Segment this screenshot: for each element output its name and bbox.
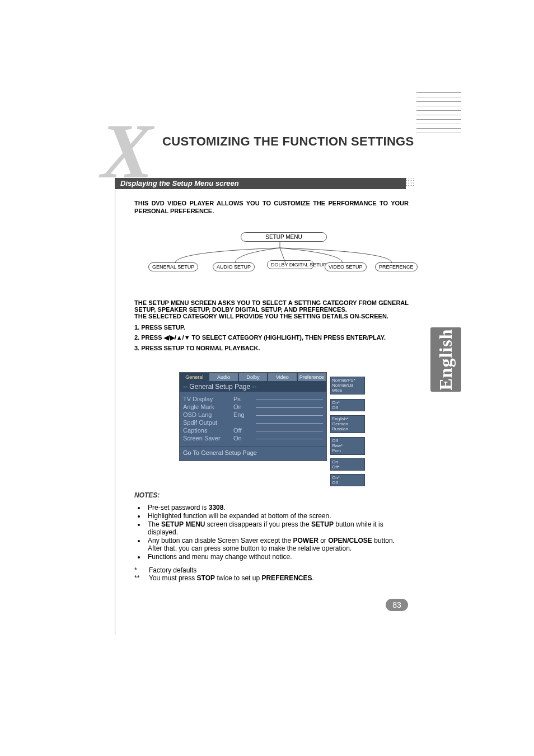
page: X CUSTOMIZING THE FUNCTION SETTINGS Disp… bbox=[0, 0, 534, 756]
instruction-step: 1. PRESS SETUP. bbox=[134, 324, 409, 331]
setup-row: CaptionsOff bbox=[183, 426, 323, 434]
setup-rows: TV DisplayPs Angle MarkOn OSD LangEng Sp… bbox=[180, 392, 326, 443]
option-box: On*Off bbox=[330, 399, 365, 411]
tab-preference: Preference bbox=[297, 373, 326, 382]
footnote-definitions: *Factory defaults **You must press STOP … bbox=[134, 566, 409, 582]
tab-general: General bbox=[180, 373, 209, 382]
connector-line-icon bbox=[256, 415, 323, 416]
option-box: OffRaw*Pcm bbox=[330, 437, 365, 455]
notes-item: The SETUP MENU screen disappears if you … bbox=[146, 520, 409, 536]
option-box: Normal/PS*Normal/LBWide bbox=[330, 377, 365, 395]
footnote: *Factory defaults bbox=[134, 566, 409, 574]
setup-menu-tabs: General Audio Dolby Video Preference bbox=[180, 373, 326, 382]
section-heading: Displaying the Setup Menu screen bbox=[115, 178, 406, 189]
page-number: 83 bbox=[386, 599, 408, 611]
instruction-para: THE SETUP MENU SCREEN ASKS YOU TO SELECT… bbox=[134, 299, 409, 313]
arrow-up-icon: ▲ bbox=[176, 334, 182, 341]
instruction-step: 2. PRESS ◀/▶/▲/▼ TO SELECT CATEGORY (HIG… bbox=[134, 334, 409, 341]
arrow-down-icon: ▼ bbox=[184, 334, 190, 341]
option-box: English*GermanRussian bbox=[330, 415, 365, 433]
language-side-tab: English bbox=[430, 327, 461, 392]
setup-footer-hint: Go To General Setup Page bbox=[180, 447, 326, 461]
connector-line-icon bbox=[256, 407, 323, 408]
decorative-lines bbox=[416, 92, 461, 137]
footnote: **You must press STOP twice to set up PR… bbox=[134, 574, 409, 582]
tab-video: Video bbox=[268, 373, 297, 382]
tree-leaf: AUDIO SETUP bbox=[213, 262, 255, 271]
instruction-step: 3. PRESS SETUP TO NORMAL PLAYBACK. bbox=[134, 345, 409, 351]
notes-heading: NOTES: bbox=[134, 491, 409, 499]
tree-leaf: VIDEO SETUP bbox=[325, 262, 367, 271]
setup-row: Screen SaverOn bbox=[183, 434, 323, 442]
connector-line-icon bbox=[256, 423, 323, 424]
intro-text: THIS DVD VIDEO PLAYER ALLOWS YOU TO CUST… bbox=[134, 200, 409, 215]
connector-line-icon bbox=[256, 431, 323, 431]
tab-dolby: Dolby bbox=[238, 373, 268, 382]
connector-line-icon bbox=[256, 439, 323, 439]
notes-item: Functions and menu may change without no… bbox=[146, 553, 409, 561]
option-box: On*Off bbox=[330, 474, 365, 486]
setup-menu-screenshot: General Audio Dolby Video Preference -- … bbox=[179, 372, 375, 461]
setup-row: TV DisplayPs bbox=[183, 395, 323, 403]
setup-row: OSD LangEng bbox=[183, 411, 323, 419]
tree-leaf: PREFERENCE bbox=[375, 262, 418, 271]
setup-menu-panel: General Audio Dolby Video Preference -- … bbox=[179, 372, 327, 461]
notes-section: NOTES: Pre-set password is 3308. Highlig… bbox=[134, 491, 409, 582]
tree-leaf: DOLBY DIGITAL SETUP bbox=[267, 260, 314, 269]
margin-rule bbox=[115, 190, 115, 635]
decorative-dither-icon bbox=[406, 178, 414, 186]
notes-list: Pre-set password is 3308. Highlighted fu… bbox=[134, 504, 409, 561]
arrow-right-icon: ▶ bbox=[170, 334, 175, 341]
setup-row: Spdif Output bbox=[183, 419, 323, 426]
tab-audio: Audio bbox=[209, 373, 238, 382]
notes-item: Any button can disable Screen Saver exce… bbox=[146, 537, 409, 552]
tree-leaf: GENERAL SETUP bbox=[148, 262, 198, 271]
connector-line-icon bbox=[256, 400, 323, 400]
arrow-left-icon: ◀ bbox=[164, 334, 168, 341]
page-title: CUSTOMIZING THE FUNCTION SETTINGS bbox=[162, 134, 414, 149]
instruction-para: THE SELECTED CATEGORY WILL PROVIDE YOU T… bbox=[134, 313, 409, 320]
setup-row: Angle MarkOn bbox=[183, 403, 323, 411]
option-box: OnOff* bbox=[330, 458, 365, 471]
instruction-text: THE SETUP MENU SCREEN ASKS YOU TO SELECT… bbox=[134, 299, 409, 355]
notes-item: Highlighted function will be expanded at… bbox=[146, 512, 409, 520]
setup-menu-tree: SETUP MENU GENERAL SETUP AUDIO SETUP DOL… bbox=[140, 227, 414, 283]
notes-item: Pre-set password is 3308. bbox=[146, 504, 409, 511]
setup-page-header: -- General Setup Page -- bbox=[180, 382, 326, 392]
